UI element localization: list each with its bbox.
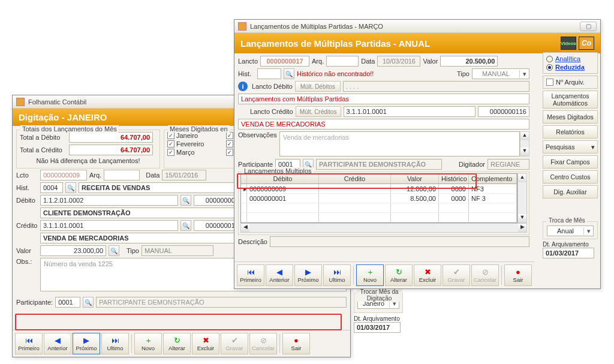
btn-ultimo[interactable]: ⏭Ultimo (101, 333, 129, 354)
debito-search-icon[interactable]: 🔍 (180, 195, 191, 206)
col-debito[interactable]: Débito (247, 174, 319, 183)
participante-desc (96, 297, 347, 308)
btn-novo-2[interactable]: ＋Novo (356, 264, 384, 286)
info-icon[interactable]: i (238, 82, 248, 91)
hist-label-2: Hist. (238, 70, 255, 77)
credito-label: Crédito (16, 222, 38, 229)
btn-sair[interactable]: ●Sair (282, 333, 310, 354)
table-row[interactable] (241, 213, 517, 222)
lcto-input[interactable] (40, 170, 87, 181)
window-multiplas-partidas: Lançamentos de Múltiplas Partidas - MARÇ… (234, 19, 601, 289)
group-totais: Totais dos Lançamentos do Mês Total a Dé… (16, 130, 160, 169)
hist-input-2[interactable] (257, 68, 281, 79)
credito-cod-input[interactable] (40, 220, 178, 231)
hist-search-icon-2[interactable]: 🔍 (284, 68, 294, 79)
data-input-2[interactable] (377, 56, 420, 67)
obs-scrollbar[interactable]: ▲▼ (520, 131, 529, 157)
btn-anterior[interactable]: ◀Anterior (44, 333, 71, 354)
lancto-input[interactable] (260, 56, 309, 67)
chk-janeiro[interactable]: ✓Janeiro (167, 132, 221, 139)
credito-search-icon[interactable]: 🔍 (180, 220, 191, 231)
btn-gravar-2: ✔Gravar (443, 264, 470, 286)
highlight-participante-1 (15, 314, 342, 330)
chevron-down-icon: ▾ (591, 143, 595, 151)
chk-fevereiro[interactable]: ✓Fevereiro (167, 140, 221, 148)
arq-input-2[interactable] (326, 56, 359, 67)
arq-input[interactable] (104, 170, 140, 181)
hist-search-icon[interactable]: 🔍 (65, 182, 76, 193)
total-credito-label: Total a Crédito (20, 146, 67, 154)
btn-relatorios[interactable]: Relatórios (543, 125, 598, 139)
btn-centro-custos[interactable]: Centro Custos (543, 170, 598, 183)
total-credito-value (69, 145, 153, 155)
radio-reduzida[interactable]: Reduzida (546, 64, 594, 71)
lmp-desc (238, 94, 529, 104)
tipo-label-2: Tipo (457, 70, 469, 77)
participante-label: Participante: (16, 299, 53, 306)
btn-excluir[interactable]: ✖Excluir (192, 333, 219, 354)
hist-warning: Histórico não encontrado!! (297, 70, 455, 77)
table-row[interactable] (241, 203, 517, 213)
btn-ultimo-2[interactable]: ⏭Ultimo (323, 264, 351, 286)
co-button[interactable]: Co (579, 37, 594, 50)
btn-alterar-2[interactable]: ↻Alterar (385, 264, 413, 286)
troca-mes-area: Troca de Mês Anual ▾ Dt. Arquivamento (543, 220, 598, 258)
grid-scrollbar-v[interactable]: ▲▼ (517, 173, 527, 223)
btn-pesquisas[interactable]: Pesquisas▾ (543, 140, 598, 154)
dt-arq-input[interactable] (354, 322, 401, 333)
btn-novo[interactable]: ＋Novo (134, 333, 162, 354)
btn-lanc-auto[interactable]: Lançamentos Automáticos (543, 91, 598, 109)
mult-debitos-button[interactable]: Múlt. Débitos (295, 81, 341, 92)
participante-cod[interactable] (55, 297, 80, 308)
dt-arq-input-2[interactable] (543, 248, 594, 258)
table-row[interactable]: ▸ 0000000009 12.000,00 0000 NF3 (241, 184, 517, 194)
valor-input-2[interactable] (440, 56, 498, 67)
titlebar-2[interactable]: Lançamentos de Múltiplas Partidas - MARÇ… (234, 20, 600, 33)
participante-search-icon[interactable]: 🔍 (83, 297, 94, 308)
col-historico[interactable]: Histórico (439, 174, 469, 183)
btn-primeiro[interactable]: ⏮Primeiro (15, 333, 43, 354)
grid-label: Lançamentos Multiplos (242, 167, 314, 175)
btn-cancelar: ⊘Cancelar (249, 333, 277, 354)
radio-analitica[interactable]: Analítica (546, 55, 594, 62)
grid-scrollbar-h[interactable]: ◀▶ (240, 223, 527, 233)
btn-dig-auxiliar[interactable]: Dig. Auxiliar (543, 185, 598, 198)
col-credito[interactable]: Crédito (319, 174, 391, 183)
debito-cod-input[interactable] (40, 195, 178, 206)
valor-input[interactable] (40, 245, 106, 256)
total-debito-label: Total a Débito (20, 134, 67, 141)
btn-proximo[interactable]: ▶Próximo (73, 333, 100, 354)
close-button[interactable]: ▢ (580, 22, 597, 31)
lancamentos-table[interactable]: Débito Crédito Valor Histórico Complemen… (240, 173, 517, 223)
chk-narquiv[interactable]: Nº Arquiv. (543, 76, 598, 89)
troca-mes-dropdown[interactable]: Anual ▾ (547, 225, 594, 236)
btn-alterar[interactable]: ↻Alterar (163, 333, 191, 354)
videos-button[interactable]: Videos (561, 37, 576, 50)
btn-proximo-2[interactable]: ▶Próximo (294, 264, 322, 286)
data-input[interactable] (162, 170, 206, 181)
btn-primeiro-2[interactable]: ⏮Primeiro (237, 264, 264, 286)
total-debito-value (69, 132, 153, 143)
valor-search-icon[interactable]: 🔍 (109, 245, 119, 256)
btn-anterior-2[interactable]: ◀Anterior (266, 264, 293, 286)
chk-marco[interactable]: ✓Março (167, 149, 221, 156)
lancto-credito-num (478, 106, 529, 117)
btn-fixar-campos[interactable]: Fixar Campos (543, 155, 598, 169)
mult-creditos-button[interactable]: Múlt. Créditos (296, 106, 341, 117)
obs-label: Obs.: (16, 258, 38, 265)
lancto-credito-cod[interactable] (344, 106, 475, 117)
col-valor[interactable]: Valor (391, 174, 439, 183)
chevron-down-icon: ▾ (519, 70, 529, 78)
btn-cancelar-2: ⊘Cancelar (471, 264, 499, 286)
digitador-label: Digitador (459, 161, 485, 168)
btn-excluir-2[interactable]: ✖Excluir (414, 264, 441, 286)
table-row[interactable]: 0000000001 8.500,00 0000 NF 3 (241, 194, 517, 203)
arq-label: Arq. (89, 172, 101, 179)
data-label-2: Data (361, 58, 375, 65)
obs-textarea-2[interactable]: Venda de mercadorias (279, 131, 520, 157)
btn-meses-digitados[interactable]: Meses Digitados (543, 110, 598, 124)
tipo-dropdown[interactable]: MANUAL ▾ (472, 68, 529, 79)
col-complemento[interactable]: Complemento (469, 174, 517, 183)
btn-sair-2[interactable]: ●Sair (504, 264, 532, 286)
hist-code-input[interactable] (40, 182, 63, 193)
